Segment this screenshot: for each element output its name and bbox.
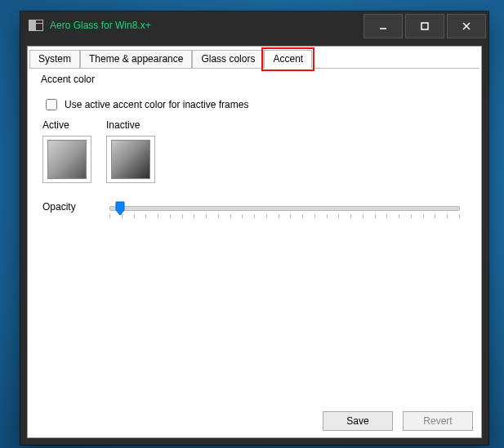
inactive-swatch-frame [106,136,155,183]
inactive-swatch-col: Inactive [106,119,155,183]
titlebar[interactable]: Aero Glass for Win8.x+ [20,11,488,39]
slider-ticks [109,214,460,221]
app-window: Aero Glass for Win8.x+ System Theme & ap… [20,11,488,445]
maximize-button[interactable] [405,14,444,38]
save-button[interactable]: Save [323,411,393,431]
app-icon [29,20,43,31]
active-swatch-col: Active [42,119,91,183]
svg-rect-1 [421,23,428,29]
revert-button[interactable]: Revert [403,411,473,431]
slider-thumb-icon [115,201,125,216]
inactive-swatch-label: Inactive [106,119,155,131]
close-icon [462,21,471,31]
minimize-icon [378,21,388,31]
active-accent-swatch[interactable] [47,140,87,179]
tab-label: Theme & appearance [89,53,183,65]
slider-thumb[interactable] [115,201,125,216]
use-active-for-inactive-row[interactable]: Use active accent color for inactive fra… [42,96,471,113]
tab-strip: System Theme & appearance Glass colors A… [28,48,481,68]
tab-theme-appearance[interactable]: Theme & appearance [80,50,192,68]
tab-glass-colors[interactable]: Glass colors [192,50,264,68]
inactive-accent-swatch[interactable] [111,140,150,179]
tab-label: Accent [273,53,303,65]
use-active-for-inactive-label: Use active accent color for inactive fra… [65,99,248,110]
tab-system[interactable]: System [29,50,80,68]
use-active-for-inactive-checkbox[interactable] [46,99,57,110]
opacity-slider[interactable] [109,201,460,226]
close-button[interactable] [447,14,486,38]
tab-page-accent: Accent color Use active accent color for… [29,68,479,401]
window-controls [364,11,488,39]
tab-accent[interactable]: Accent [264,50,312,69]
client-area: System Theme & appearance Glass colors A… [27,46,482,438]
active-swatch-frame [42,136,91,183]
swatch-row: Active Inactive [42,119,471,183]
active-swatch-label: Active [42,119,91,131]
opacity-label: Opacity [42,201,109,213]
minimize-button[interactable] [364,14,403,38]
maximize-icon [420,21,430,31]
tab-label: System [38,53,71,65]
window-title: Aero Glass for Win8.x+ [50,20,151,31]
slider-track [109,206,460,211]
tab-label: Glass colors [201,53,255,65]
footer-buttons: Save Revert [323,411,473,431]
opacity-row: Opacity [42,201,471,226]
group-label-accent-color: Accent color [41,74,471,85]
